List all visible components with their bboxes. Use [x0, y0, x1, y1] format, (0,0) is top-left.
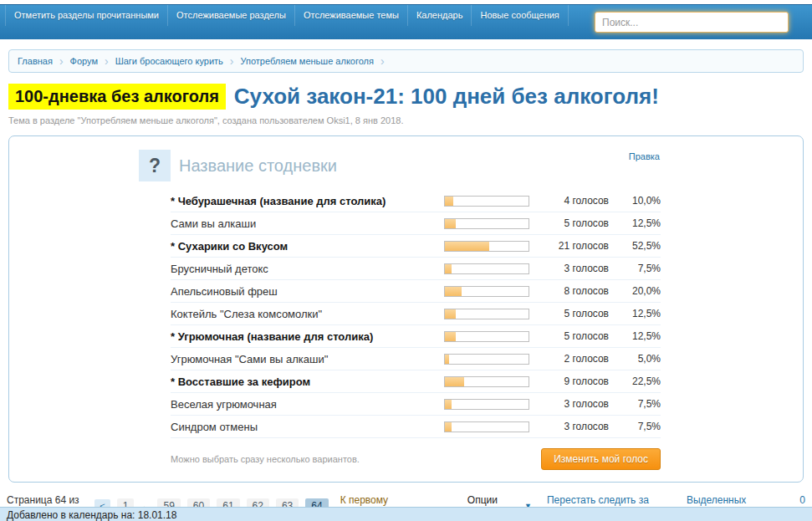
poll-option-percent: 12,5% [609, 217, 661, 229]
poll-option-bar [444, 286, 529, 297]
poll-option-label: * Чебурашечная (название для столика) [171, 196, 444, 207]
poll-option-label: Синдром отмены [171, 421, 444, 432]
poll-option-percent: 12,5% [609, 308, 661, 319]
poll-panel: ? Название стодневки Правка * Чебурашечн… [8, 135, 804, 483]
breadcrumb-item: Употребляем меньше алкоголя › [240, 54, 391, 68]
poll-option-bar-fill [445, 355, 449, 364]
poll-option-label: Угрюмочная "Сами вы алкаши" [171, 354, 444, 365]
poll-option-votes: 21 голосов [529, 240, 609, 252]
poll-option-row: Веселая угрюмочная 3 голосов 7,5% [171, 393, 661, 416]
poll-option-row: Апельсиновый фреш 8 голосов 20,0% [171, 280, 661, 303]
poll-option-votes: 5 голосов [529, 308, 609, 319]
poll-option-percent: 5,0% [609, 353, 661, 365]
page-title: Сухой закон-21: 100 дней без алкоголя! [234, 84, 659, 110]
poll-note: Можно выбрать сразу несколько вариантов. [171, 454, 360, 464]
poll-option-label: * Угрюмочная (название для столика) [171, 331, 444, 342]
poll-header: ? Название стодневки Правка [139, 150, 803, 181]
search-input[interactable] [595, 12, 789, 33]
poll-option-bar-fill [445, 242, 489, 251]
poll-option-percent: 7,5% [609, 263, 661, 274]
poll-option-bar-fill [445, 197, 453, 206]
poll-option-row: Угрюмочная "Сами вы алкаши" 2 голосов 5,… [171, 348, 661, 370]
poll-option-bar-fill [445, 400, 452, 409]
poll-option-bar [444, 331, 529, 342]
poll-options-list: * Чебурашечная (название для столика) 4 … [171, 190, 661, 438]
breadcrumb-item: Форум › [70, 54, 115, 68]
poll-option-percent: 12,5% [609, 330, 661, 342]
poll-option-label: Апельсиновый фреш [171, 286, 444, 297]
poll-option-bar [444, 218, 529, 229]
poll-option-label: * Сухарики со Вкусом [171, 241, 444, 252]
poll-edit-link[interactable]: Правка [629, 151, 660, 161]
poll-footer: Можно выбрать сразу несколько вариантов.… [171, 448, 661, 470]
poll-option-bar [444, 399, 529, 410]
breadcrumb-separator: › [59, 54, 64, 68]
poll-option-percent: 52,5% [609, 240, 661, 252]
poll-option-bar-fill [445, 309, 456, 319]
poll-option-row: Сами вы алкаши 5 голосов 12,5% [171, 212, 661, 235]
poll-option-row: Синдром отмены 3 голосов 7,5% [171, 416, 661, 438]
nav-tab[interactable]: Отметить разделы прочитанными [5, 5, 168, 26]
poll-option-label: Коктейль "Слеза комсомолки" [171, 309, 444, 319]
poll-option-row: * Чебурашечная (название для столика) 4 … [171, 190, 661, 212]
breadcrumb-separator: › [380, 54, 385, 68]
breadcrumb: Главная › Форум › Шаги бросающего курить… [8, 49, 804, 73]
poll-option-votes: 4 голосов [529, 195, 609, 207]
poll-option-percent: 20,0% [609, 285, 661, 297]
nav-tab[interactable]: Календарь [408, 5, 472, 26]
poll-option-bar-fill [445, 264, 452, 273]
poll-option-bar-fill [445, 219, 456, 228]
poll-option-row: * Сухарики со Вкусом 21 голосов 52,5% [171, 235, 661, 258]
poll-option-label: * Восставшие за кефиром [171, 376, 444, 387]
question-mark-icon: ? [139, 150, 171, 181]
nav-tab[interactable]: Отслеживаемые темы [295, 5, 408, 26]
poll-option-label: Сами вы алкаши [171, 218, 444, 229]
nav-tab[interactable]: Новые сообщения [472, 5, 568, 26]
poll-option-percent: 7,5% [609, 398, 661, 410]
poll-option-percent: 22,5% [609, 375, 661, 387]
breadcrumb-link[interactable]: Форум [70, 56, 98, 66]
top-navbar: Отметить разделы прочитаннымиОтслеживаем… [0, 4, 812, 39]
poll-option-bar-fill [445, 287, 462, 296]
breadcrumb-separator: › [230, 54, 234, 68]
poll-option-percent: 10,0% [609, 195, 661, 207]
poll-option-bar [444, 421, 529, 432]
forum-page: Отметить разделы прочитаннымиОтслеживаем… [0, 0, 812, 521]
poll-option-row: Коктейль "Слеза комсомолки" 5 голосов 12… [171, 303, 661, 325]
breadcrumb-separator: › [105, 54, 109, 68]
poll-option-votes: 5 голосов [529, 217, 609, 229]
poll-option-bar [444, 241, 529, 252]
nav-tab[interactable]: Отслеживаемые разделы [168, 5, 295, 26]
poll-option-votes: 3 голосов [529, 263, 609, 274]
poll-option-label: Брусничный детокс [171, 263, 444, 274]
poll-option-votes: 2 голосов [529, 353, 609, 365]
calendar-strip: Добавлено в календарь на: 18.01.18 [0, 507, 812, 521]
breadcrumb-link[interactable]: Главная [18, 56, 53, 66]
poll-option-row: Брусничный детокс 3 голосов 7,5% [171, 258, 661, 280]
poll-option-bar [444, 263, 529, 274]
poll-question: Название стодневки [179, 150, 337, 181]
poll-option-votes: 5 голосов [529, 330, 609, 342]
poll-option-votes: 3 голосов [529, 421, 609, 432]
poll-option-bar-fill [445, 377, 464, 386]
change-vote-button[interactable]: Изменить мой голос [541, 448, 661, 470]
search-box [595, 12, 789, 33]
poll-option-bar-fill [445, 332, 456, 341]
poll-option-votes: 8 голосов [529, 285, 609, 297]
poll-option-percent: 7,5% [609, 421, 661, 432]
poll-option-bar-fill [445, 422, 452, 432]
breadcrumb-link[interactable]: Шаги бросающего курить [115, 56, 223, 66]
breadcrumb-link[interactable]: Употребляем меньше алкоголя [240, 56, 374, 66]
poll-option-bar [444, 354, 529, 365]
poll-option-votes: 9 голосов [529, 375, 609, 387]
poll-option-votes: 3 голосов [529, 398, 609, 410]
thread-subtitle: Тема в разделе "Употребляем меньше алког… [8, 115, 804, 125]
poll-option-bar [444, 309, 529, 319]
breadcrumb-item: Шаги бросающего курить › [115, 54, 241, 68]
title-row: 100-дневка без алкоголя Сухой закон-21: … [8, 84, 804, 110]
poll-option-row: * Угрюмочная (название для столика) 5 го… [171, 325, 661, 348]
thread-prefix-badge: 100-дневка без алкоголя [8, 84, 226, 110]
poll-option-label: Веселая угрюмочная [171, 399, 444, 410]
poll-option-bar [444, 376, 529, 387]
poll-option-row: * Восставшие за кефиром 9 голосов 22,5% [171, 370, 661, 393]
